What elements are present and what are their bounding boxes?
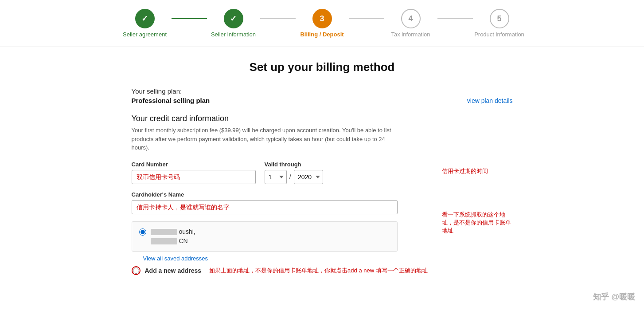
view-plan-link[interactable]: view plan details	[467, 97, 513, 104]
step-1-circle: ✓	[135, 9, 155, 28]
card-number-input[interactable]	[132, 170, 256, 184]
credit-card-description: Your first monthly subscription fee ($39…	[132, 126, 398, 152]
valid-through-group: Valid through 1 2 3 4 5 6 7 8 9 10	[265, 161, 353, 184]
card-fields-row: Card Number Valid through 1 2 3 4 5 6	[132, 161, 513, 277]
connector-4-5	[437, 18, 473, 19]
main-content: Set up your billing method Your selling …	[123, 47, 522, 290]
month-select[interactable]: 1 2 3 4 5 6 7 8 9 10 11 12	[265, 170, 287, 184]
saved-address-radio[interactable]	[139, 228, 146, 236]
cardholder-name-input[interactable]	[132, 200, 398, 214]
add-new-address-radio[interactable]	[133, 267, 139, 274]
selling-plan-label: Your selling plan:	[132, 87, 182, 95]
annotation-col: 信用卡过期的时间 看一下系统抓取的这个地址，是不是你的信用卡账单地址	[428, 161, 513, 235]
cardholder-label: Cardholder's Name	[132, 191, 398, 198]
selling-plan-row: Your selling plan:	[132, 87, 513, 95]
address-country: CN	[179, 237, 187, 244]
connector-2-3	[260, 18, 296, 19]
step-tax-information: 4 Tax information	[384, 9, 437, 38]
address-suffix: oushi,	[179, 228, 195, 235]
step-billing-deposit: 3 Billing / Deposit	[296, 9, 349, 38]
step-2-label: Seller information	[211, 31, 256, 38]
connector-1-2	[172, 18, 207, 19]
address-text: oushi, CN	[151, 227, 195, 246]
credit-card-title: Your credit card information	[132, 114, 513, 123]
step-3-label: Billing / Deposit	[300, 31, 343, 38]
add-new-row: Add a new address 如果上面的地址，不是你的信用卡账单地址，你就…	[132, 266, 428, 275]
step-5-circle: 5	[490, 9, 509, 28]
step-2-circle: ✓	[224, 9, 243, 28]
card-form-col: Card Number Valid through 1 2 3 4 5 6	[132, 161, 428, 277]
page-title: Set up your billing method	[132, 60, 513, 74]
year-select[interactable]: 2020 2021 2022 2023 2024 2025	[294, 170, 323, 184]
blurred-address-part1	[151, 229, 177, 235]
card-number-label: Card Number	[132, 161, 256, 168]
step-5-label: Product information	[474, 31, 524, 38]
step-3-circle: 3	[312, 9, 332, 28]
add-new-label: Add a new address	[145, 267, 202, 274]
step-seller-information: ✓ Seller information	[207, 9, 260, 38]
valid-through-annotation: 信用卡过期的时间	[442, 167, 513, 175]
plan-name: Professional selling plan	[132, 97, 467, 104]
view-all-addresses-link[interactable]: View all saved addresses	[143, 255, 428, 262]
valid-through-selects: 1 2 3 4 5 6 7 8 9 10 11 12	[265, 170, 353, 184]
step-1-label: Seller agreement	[123, 31, 167, 38]
add-new-annotation: 如果上面的地址，不是你的信用卡账单地址，你就点击add a new 填写一个正确…	[209, 267, 428, 275]
saved-address-box: oushi, CN	[132, 221, 398, 252]
connector-3-4	[349, 18, 384, 19]
valid-through-label: Valid through	[265, 161, 353, 168]
cardholder-row: Cardholder's Name	[132, 191, 428, 214]
cardholder-group: Cardholder's Name	[132, 191, 398, 214]
slash-separator: /	[289, 173, 291, 181]
plan-name-row: Professional selling plan view plan deta…	[132, 97, 513, 104]
step-4-circle: 4	[401, 9, 421, 28]
card-number-valid-row: Card Number Valid through 1 2 3 4 5 6	[132, 161, 428, 184]
step-4-label: Tax information	[391, 31, 430, 38]
step-seller-agreement: ✓ Seller agreement	[118, 9, 172, 38]
add-new-radio-highlight	[132, 266, 141, 275]
card-number-group: Card Number	[132, 161, 256, 184]
address-check-annotation: 看一下系统抓取的这个地址，是不是你的信用卡账单地址	[442, 211, 513, 235]
progress-bar: ✓ Seller agreement ✓ Seller information …	[0, 0, 644, 47]
address-row: oushi, CN	[139, 227, 390, 246]
step-product-information: 5 Product information	[473, 9, 526, 38]
blurred-address-part2	[151, 238, 177, 244]
